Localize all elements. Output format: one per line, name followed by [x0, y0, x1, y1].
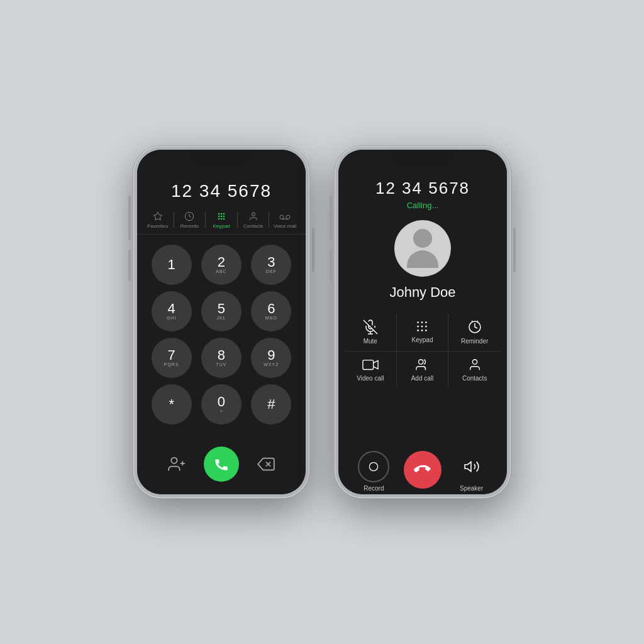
key-6-sub: MNO	[265, 316, 277, 321]
svg-point-9	[221, 218, 223, 220]
tab-recents[interactable]: Recents	[174, 211, 206, 229]
svg-point-26	[418, 326, 419, 328]
mute-control[interactable]: Mute	[345, 313, 397, 352]
add-contact-button[interactable]	[163, 450, 191, 478]
svg-marker-39	[465, 462, 471, 471]
key-5[interactable]: 5 JKL	[201, 291, 242, 331]
volume-up-button[interactable]	[128, 209, 131, 240]
svg-point-6	[221, 216, 223, 218]
tab-favorites[interactable]: Favorites	[142, 211, 174, 229]
key-7[interactable]: 7 PQRS	[152, 338, 192, 378]
phone1-screen: 12 34 5678 Favorites	[137, 150, 306, 494]
key-2-sub: ABC	[216, 269, 226, 274]
key-1-main: 1	[168, 258, 175, 272]
svg-point-25	[426, 321, 428, 323]
key-0-main: 0	[218, 395, 225, 409]
svg-point-5	[218, 216, 220, 218]
keypad-ctrl-label: Keypad	[412, 336, 433, 343]
key-3[interactable]: 3 DEF	[251, 245, 291, 285]
record-action[interactable]: Record	[358, 451, 389, 492]
keypad-bottom-bar	[137, 447, 306, 482]
key-9-sub: WXYZ	[264, 362, 279, 367]
contacts-ctrl-label: Contacts	[462, 375, 487, 382]
key-9-main: 9	[267, 348, 275, 362]
calling-status: Calling...	[407, 201, 439, 210]
power-button[interactable]	[312, 228, 314, 272]
tab-recents-label: Recents	[180, 223, 199, 229]
contacts-control[interactable]: Contacts	[448, 352, 501, 388]
svg-point-23	[418, 321, 419, 323]
notch-2	[391, 150, 454, 165]
svg-point-36	[419, 360, 423, 364]
record-label: Record	[364, 485, 384, 492]
tab-keypad-label: Keypad	[213, 223, 230, 229]
end-call-action[interactable]	[404, 451, 441, 492]
end-call-button[interactable]	[404, 451, 441, 489]
key-5-sub: JKL	[216, 316, 226, 321]
svg-point-24	[421, 321, 423, 323]
key-8[interactable]: 8 TUV	[201, 338, 242, 378]
key-4-sub: GHI	[167, 316, 176, 321]
tab-contacts[interactable]: Contacts	[238, 211, 269, 229]
volume-down-button-2[interactable]	[330, 250, 332, 281]
reminder-control[interactable]: Reminder	[448, 313, 501, 352]
key-4-main: 4	[168, 302, 175, 316]
call-bottom-actions: Record	[338, 451, 507, 492]
volume-down-button[interactable]	[128, 250, 131, 281]
key-6[interactable]: 6 MNO	[251, 291, 291, 331]
add-call-label: Add call	[411, 375, 434, 382]
svg-point-11	[252, 213, 255, 216]
svg-point-30	[421, 330, 423, 331]
svg-point-28	[426, 326, 428, 328]
svg-point-2	[218, 213, 220, 215]
add-call-control[interactable]: Add call	[397, 352, 449, 388]
keypad-control[interactable]: Keypad	[397, 313, 449, 352]
notch	[190, 150, 253, 165]
phone-keypad: 12 34 5678 Favorites	[133, 146, 309, 498]
dialed-number: 12 34 5678	[171, 181, 272, 201]
key-0[interactable]: 0 +	[201, 384, 242, 425]
key-1[interactable]: 1	[152, 245, 192, 285]
call-button[interactable]	[204, 447, 239, 482]
contact-avatar	[394, 220, 451, 277]
svg-marker-0	[153, 212, 162, 220]
key-hash[interactable]: #	[251, 384, 291, 425]
svg-point-31	[426, 330, 428, 331]
key-3-sub: DEF	[266, 269, 277, 274]
record-button[interactable]	[358, 451, 389, 482]
tab-voicemail[interactable]: Voice mail	[269, 211, 301, 229]
phone-tabs: Favorites Recents	[137, 211, 306, 235]
power-button-2[interactable]	[513, 228, 516, 272]
key-2[interactable]: 2 ABC	[201, 245, 242, 285]
volume-up-button-2[interactable]	[330, 209, 332, 240]
tab-contacts-label: Contacts	[243, 223, 264, 229]
svg-point-8	[218, 218, 220, 220]
reminder-label: Reminder	[461, 338, 488, 345]
phone2-screen: 12 34 5678 Calling... Johny Doe	[338, 150, 507, 494]
speaker-label: Speaker	[460, 485, 483, 492]
key-star-main: *	[169, 397, 174, 411]
call-controls-grid: Mute Keypad	[338, 313, 507, 388]
svg-rect-35	[363, 360, 374, 370]
tab-keypad[interactable]: Keypad	[206, 211, 237, 229]
key-4[interactable]: 4 GHI	[152, 291, 192, 331]
speaker-action[interactable]: Speaker	[456, 451, 487, 492]
backspace-button[interactable]	[252, 450, 280, 478]
svg-point-7	[223, 216, 225, 218]
speaker-button[interactable]	[456, 451, 487, 482]
avatar-body	[407, 250, 438, 268]
key-9[interactable]: 9 WXYZ	[251, 338, 291, 378]
phones-container: 12 34 5678 Favorites	[133, 146, 511, 498]
svg-point-3	[221, 213, 223, 215]
svg-point-27	[421, 326, 423, 328]
svg-point-38	[370, 462, 378, 470]
dialpad: 1 2 ABC 3 DEF 4 GHI	[137, 245, 306, 425]
key-star[interactable]: *	[152, 384, 192, 425]
svg-point-15	[171, 458, 177, 464]
video-call-control[interactable]: Video call	[345, 352, 397, 388]
key-7-main: 7	[168, 348, 175, 362]
mute-label: Mute	[364, 338, 377, 345]
svg-point-4	[223, 213, 225, 215]
svg-point-12	[280, 215, 284, 219]
svg-point-10	[223, 218, 225, 220]
